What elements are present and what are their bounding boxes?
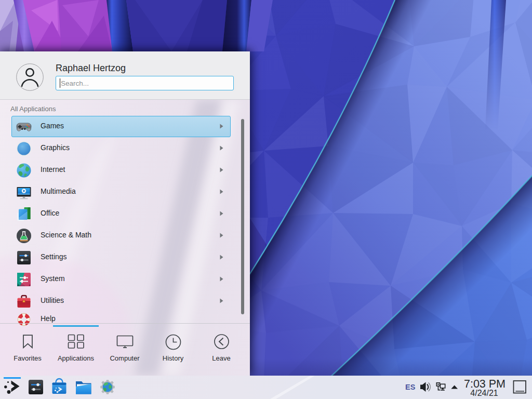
svg-text:ES: ES <box>405 383 416 391</box>
svg-text:4/24/21: 4/24/21 <box>470 389 498 397</box>
